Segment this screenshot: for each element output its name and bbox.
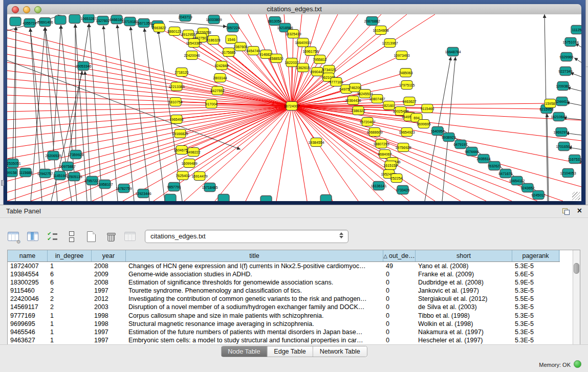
graph-node[interactable]: 1327602 xyxy=(96,16,110,25)
graph-node[interactable]: 9699695 xyxy=(417,120,430,128)
graph-node[interactable]: 17359928 xyxy=(68,150,83,159)
graph-node[interactable]: 19384554 xyxy=(308,138,324,147)
graph-node[interactable]: 12923446 xyxy=(135,189,151,198)
graph-node[interactable]: 2803144 xyxy=(213,74,227,82)
graph-node[interactable]: 30975887 xyxy=(59,162,75,171)
close-panel-icon[interactable]: × xyxy=(577,206,582,215)
graph-node[interactable]: 7386322 xyxy=(351,106,365,115)
tab-edge-table[interactable]: Edge Table xyxy=(267,346,313,357)
tab-network-table[interactable]: Network Table xyxy=(313,346,367,357)
graph-node[interactable]: 9684067 xyxy=(378,150,391,159)
graph-node[interactable]: 15958 xyxy=(545,99,556,108)
graph-node[interactable]: 20206535 xyxy=(45,151,61,160)
graph-node[interactable]: 2718120 xyxy=(175,68,188,77)
graph-node[interactable]: 8186328 xyxy=(206,36,220,45)
graph-node[interactable]: 9463627 xyxy=(402,97,416,106)
select-rows-icon[interactable]: ✔ ✔ xyxy=(46,230,58,243)
graph-node[interactable]: 18325419 xyxy=(285,30,301,38)
delete-table-icon[interactable] xyxy=(104,230,117,243)
graph-node[interactable]: 11125 xyxy=(571,26,581,34)
table-row[interactable]: 1456911722003Disruption of a novel membe… xyxy=(8,303,580,311)
graph-node[interactable]: 9329966 xyxy=(559,53,573,61)
show-column-icon[interactable] xyxy=(27,230,39,243)
table-row[interactable]: 1830029562008Estimation of significance … xyxy=(8,278,580,287)
graph-node[interactable]: 2043719 xyxy=(178,14,192,21)
graph-node[interactable]: 16136141 xyxy=(371,182,386,190)
table-row[interactable]: 946554611997Estimation of the future num… xyxy=(8,328,580,336)
graph-node[interactable] xyxy=(320,195,332,202)
graph-node[interactable]: 16154808 xyxy=(373,26,388,35)
row-height-icon[interactable] xyxy=(66,230,78,243)
table-mode-icon[interactable]: ⚙ xyxy=(7,230,19,243)
graph-node[interactable]: 16782759 xyxy=(116,184,132,193)
graph-node[interactable] xyxy=(10,17,21,26)
graph-node[interactable]: 18724007 xyxy=(284,102,299,111)
graph-node[interactable]: 19654923 xyxy=(399,128,415,137)
graph-node[interactable]: 20053346 xyxy=(75,62,91,71)
graph-node[interactable] xyxy=(218,194,229,202)
graph-node[interactable]: 1546 xyxy=(226,35,237,44)
graph-node[interactable]: 99158 xyxy=(7,168,17,177)
graph-node[interactable]: 1145194 xyxy=(53,171,67,180)
graph-node[interactable]: 12213967 xyxy=(382,39,398,48)
graph-node[interactable]: 252254 xyxy=(390,174,402,183)
graph-node[interactable]: 19756928 xyxy=(395,143,411,152)
table-row[interactable]: 911546021997Tourette syndrome. Phenomeno… xyxy=(8,287,580,295)
graph-node[interactable]: 9498222 xyxy=(186,148,200,157)
graph-node[interactable]: 8427552 xyxy=(210,86,224,95)
graph-node[interactable]: 16543382 xyxy=(186,39,202,48)
graph-node[interactable]: 10807487 xyxy=(369,95,385,103)
table-row[interactable]: 946362711997Embryonic stem cells: a mode… xyxy=(8,336,580,344)
graph-node[interactable]: 2367608 xyxy=(233,42,247,51)
graph-node[interactable]: 10654112 xyxy=(509,177,525,185)
graph-node[interactable]: 9734023 xyxy=(322,65,336,74)
graph-node[interactable]: 8471676 xyxy=(498,169,512,178)
graph-node[interactable]: 9243652 xyxy=(520,184,534,192)
graph-node[interactable]: 19166825 xyxy=(172,129,188,138)
table-row[interactable]: 2242004622012Investigating the contribut… xyxy=(8,295,580,303)
graph-node[interactable]: 1209382 xyxy=(556,82,570,91)
graph-node[interactable]: 9474444 xyxy=(465,147,478,156)
graph-node[interactable]: 10688609 xyxy=(366,128,382,137)
graph-node[interactable]: 7485063 xyxy=(399,69,412,77)
graph-node[interactable]: 917004 xyxy=(205,100,217,108)
tab-node-table[interactable]: Node Table xyxy=(221,346,267,357)
column-header-title[interactable]: title xyxy=(126,250,383,261)
graph-node[interactable] xyxy=(69,15,80,24)
graph-node[interactable] xyxy=(260,196,272,202)
graph-node[interactable]: 82160 xyxy=(383,101,395,110)
new-table-icon[interactable] xyxy=(85,230,97,243)
graph-node[interactable]: 1615152 xyxy=(383,161,397,170)
column-header-out_de[interactable]: △out_de… xyxy=(383,250,416,261)
graph-node[interactable]: 8454749 xyxy=(246,47,260,55)
graph-node[interactable]: 22420046 xyxy=(184,51,200,60)
graph-node[interactable]: 16099489 xyxy=(181,159,197,168)
graph-node[interactable]: 1640954 xyxy=(430,127,444,136)
graph-node[interactable]: 20691406 xyxy=(37,18,53,27)
graph-node[interactable]: 9777169 xyxy=(329,78,343,86)
graph-node[interactable]: 9245012 xyxy=(531,191,545,200)
graph-node[interactable]: 16914479 xyxy=(191,172,207,181)
graph-node[interactable]: 12942757 xyxy=(37,169,53,178)
graph-node[interactable]: 7632621 xyxy=(487,162,501,170)
graph-node[interactable]: 7625402 xyxy=(176,171,189,180)
graph-node[interactable]: 8938923 xyxy=(442,133,455,142)
column-header-name[interactable]: name xyxy=(8,250,48,261)
graph-node[interactable]: 18807293 xyxy=(373,140,389,148)
graph-node[interactable]: 16640910 xyxy=(295,38,311,47)
graph-node[interactable]: 12104053 xyxy=(560,169,576,178)
graph-node[interactable]: 1167533 xyxy=(568,155,581,164)
graph-node[interactable]: 1733426 xyxy=(396,186,409,194)
column-header-short[interactable]: short xyxy=(416,250,512,261)
graph-node[interactable]: 20876882 xyxy=(364,17,380,26)
table-row[interactable]: 1872400712008Changes of HCN gene express… xyxy=(8,262,580,270)
column-header-year[interactable]: year xyxy=(92,250,126,261)
graph-node[interactable]: 9857791 xyxy=(167,183,181,191)
splitter-handle[interactable] xyxy=(1,180,4,186)
graph-node[interactable]: 10653287 xyxy=(80,14,96,23)
graph-node[interactable]: 9227349 xyxy=(558,67,572,76)
graph-node[interactable]: 8912955 xyxy=(181,30,195,39)
table-row[interactable]: 969969511998Structural magnetic resonanc… xyxy=(8,320,580,328)
graph-node[interactable]: 17975115 xyxy=(399,81,415,90)
network-window-titlebar[interactable]: citations_edges.txt xyxy=(7,4,581,15)
